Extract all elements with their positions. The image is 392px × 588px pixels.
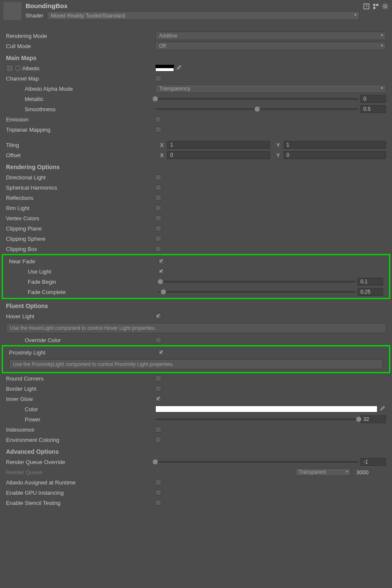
offset-y-input[interactable]: 0 bbox=[284, 151, 386, 159]
use-light-checkbox[interactable] bbox=[158, 268, 164, 274]
hover-light-checkbox[interactable] bbox=[155, 313, 161, 319]
gpu-instancing-label: Enable GPU Instancing bbox=[6, 490, 155, 496]
render-queue-override-label: Render Queue Override bbox=[6, 459, 155, 465]
metallic-label: Metallic bbox=[25, 96, 155, 102]
albedo-label: Albedo bbox=[22, 65, 39, 72]
inner-glow-checkbox[interactable] bbox=[155, 396, 161, 402]
shader-label: Shader bbox=[26, 12, 44, 19]
round-corners-checkbox[interactable] bbox=[155, 375, 161, 381]
albedo-radio[interactable] bbox=[15, 66, 20, 71]
power-slider[interactable] bbox=[155, 418, 359, 420]
gpu-instancing-checkbox[interactable] bbox=[155, 490, 161, 496]
fade-begin-label: Fade Begin bbox=[28, 279, 158, 285]
rim-light-label: Rim Light bbox=[6, 205, 155, 211]
albedo-color-swatch[interactable] bbox=[155, 65, 174, 72]
rendering-options-heading: Rendering Options bbox=[0, 160, 392, 172]
use-light-label: Use Light bbox=[28, 268, 158, 275]
render-queue-value: 3000 bbox=[356, 469, 386, 476]
fade-complete-label: Fade Complete bbox=[28, 289, 158, 295]
x-label: X bbox=[157, 142, 164, 148]
eyedropper-icon[interactable] bbox=[176, 65, 183, 72]
spherical-harmonics-checkbox[interactable] bbox=[155, 184, 161, 190]
triplanar-mapping-checkbox[interactable] bbox=[155, 127, 161, 133]
material-preview[interactable] bbox=[3, 2, 21, 20]
preset-icon[interactable] bbox=[372, 3, 379, 10]
spherical-harmonics-label: Spherical Harmonics bbox=[6, 184, 155, 191]
inner-glow-color-swatch[interactable] bbox=[155, 406, 377, 412]
fade-begin-slider[interactable] bbox=[158, 281, 356, 282]
svg-rect-2 bbox=[373, 4, 375, 6]
directional-light-label: Directional Light bbox=[6, 174, 155, 181]
directional-light-checkbox[interactable] bbox=[155, 174, 161, 180]
triplanar-mapping-label: Triplanar Mapping bbox=[6, 127, 155, 133]
iridescence-label: Iridescence bbox=[6, 427, 155, 433]
environment-coloring-label: Environment Coloring bbox=[6, 437, 155, 443]
shader-dropdown[interactable]: Mixed Reality Toolkit/Standard bbox=[47, 11, 360, 20]
channel-map-label: Channel Map bbox=[6, 75, 155, 82]
tiling-x-input[interactable]: 1 bbox=[167, 141, 270, 149]
advanced-options-heading: Advanced Options bbox=[0, 445, 392, 457]
clipping-plane-label: Clipping Plane bbox=[6, 225, 155, 232]
material-title: BoundingBox bbox=[26, 2, 360, 9]
albedo-alpha-mode-dropdown[interactable]: Transparency bbox=[155, 84, 386, 93]
clipping-box-checkbox[interactable] bbox=[155, 246, 161, 252]
reflections-checkbox[interactable] bbox=[155, 195, 161, 201]
render-queue-dropdown: Transparent bbox=[296, 468, 351, 476]
render-queue-label: Render Queue bbox=[6, 469, 155, 476]
fade-complete-slider[interactable] bbox=[158, 291, 356, 293]
rendering-mode-label: Rendering Mode bbox=[6, 33, 155, 39]
svg-rect-3 bbox=[376, 4, 378, 6]
y-label: Y bbox=[273, 152, 280, 159]
smoothness-value[interactable]: 0.5 bbox=[360, 105, 386, 113]
channel-map-checkbox[interactable] bbox=[155, 75, 161, 81]
rim-light-checkbox[interactable] bbox=[155, 205, 161, 211]
border-light-checkbox[interactable] bbox=[155, 386, 161, 392]
vertex-colors-checkbox[interactable] bbox=[155, 215, 161, 221]
y-label: Y bbox=[273, 142, 280, 148]
proximity-light-checkbox[interactable] bbox=[158, 349, 164, 355]
proximity-light-highlight: Proximity Light Use the ProximityLight c… bbox=[2, 345, 390, 373]
rendering-mode-dropdown[interactable]: Additive bbox=[155, 32, 386, 40]
emission-checkbox[interactable] bbox=[155, 116, 161, 122]
clipping-sphere-checkbox[interactable] bbox=[155, 236, 161, 242]
proximity-light-label: Proximity Light bbox=[9, 349, 158, 356]
metallic-slider[interactable] bbox=[155, 98, 359, 100]
iridescence-checkbox[interactable] bbox=[155, 427, 161, 432]
environment-coloring-checkbox[interactable] bbox=[155, 437, 161, 443]
render-queue-override-slider[interactable] bbox=[155, 461, 359, 463]
offset-x-input[interactable]: 0 bbox=[167, 151, 270, 159]
cull-mode-label: Cull Mode bbox=[6, 43, 155, 49]
hover-light-label: Hover Light bbox=[6, 313, 155, 320]
inner-glow-color-label: Color bbox=[25, 406, 155, 412]
reflections-label: Reflections bbox=[6, 195, 155, 201]
hover-light-helpbox: Use the HoverLight component to control … bbox=[6, 323, 386, 333]
clipping-plane-checkbox[interactable] bbox=[155, 225, 161, 231]
smoothness-slider[interactable] bbox=[155, 108, 359, 110]
eyedropper-icon[interactable] bbox=[379, 406, 386, 412]
near-fade-checkbox[interactable] bbox=[158, 258, 164, 264]
help-icon[interactable]: ? bbox=[363, 3, 370, 10]
main-maps-heading: Main Maps bbox=[0, 51, 392, 63]
svg-text:?: ? bbox=[365, 4, 368, 9]
albedo-texture-slot[interactable] bbox=[6, 64, 14, 72]
render-queue-override-value[interactable]: -1 bbox=[360, 458, 386, 466]
albedo-runtime-checkbox[interactable] bbox=[155, 479, 161, 485]
clipping-box-label: Clipping Box bbox=[6, 246, 155, 252]
svg-rect-4 bbox=[373, 7, 375, 9]
proximity-light-helpbox: Use the ProximityLight component to cont… bbox=[9, 359, 383, 369]
fade-complete-value[interactable]: 0.25 bbox=[357, 288, 383, 296]
fade-begin-value[interactable]: 0.1 bbox=[357, 278, 383, 285]
metallic-value[interactable]: 0 bbox=[360, 95, 386, 103]
stencil-testing-label: Enable Stencil Testing bbox=[6, 500, 155, 506]
gear-icon[interactable] bbox=[382, 3, 389, 10]
power-value[interactable]: 32 bbox=[360, 415, 386, 423]
vertex-colors-label: Vertex Colors bbox=[6, 215, 155, 222]
tiling-label: Tiling bbox=[6, 142, 155, 148]
override-color-checkbox[interactable] bbox=[155, 337, 161, 343]
svg-point-5 bbox=[384, 5, 386, 8]
cull-mode-dropdown[interactable]: Off bbox=[155, 42, 386, 50]
offset-label: Offset bbox=[6, 152, 155, 159]
stencil-testing-checkbox[interactable] bbox=[155, 500, 161, 506]
tiling-y-input[interactable]: 1 bbox=[284, 141, 386, 149]
near-fade-highlight: Near Fade Use Light Fade Begin 0.1 Fade … bbox=[2, 254, 390, 299]
